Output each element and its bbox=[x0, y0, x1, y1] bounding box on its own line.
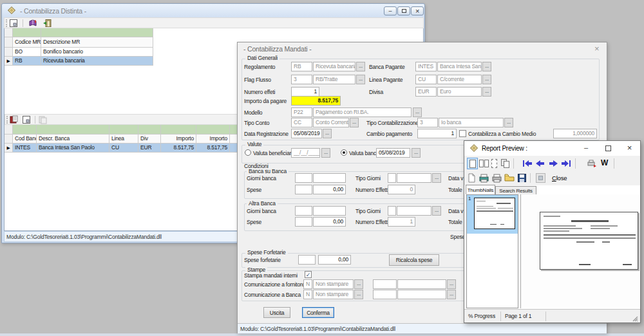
mr-cell-codice[interactable]: RB bbox=[13, 57, 41, 66]
comunicazione-fornitore-code-field[interactable]: N bbox=[303, 279, 312, 289]
thumbnail-selected[interactable]: 1 bbox=[467, 195, 518, 234]
comunicazione-banca-browse-button[interactable]: ... bbox=[354, 290, 363, 299]
bank-cell-linea[interactable]: CU bbox=[109, 144, 138, 153]
preview-page[interactable] bbox=[540, 212, 638, 270]
save-row-icon[interactable] bbox=[22, 115, 31, 126]
mr-col-header-descrizione[interactable]: Descrizione MR bbox=[41, 37, 153, 48]
comunicazione-fornitore-extra-code-field[interactable] bbox=[373, 279, 397, 289]
tipo-contabilizzazione-code-field[interactable]: 3 bbox=[417, 118, 438, 127]
ab-spese-field[interactable]: 0,00 bbox=[313, 217, 346, 227]
data-registrazione-browse-button[interactable]: ... bbox=[323, 129, 332, 138]
titlebar-preview[interactable]: Report Preview : – × bbox=[464, 141, 640, 156]
tab-thumbnails[interactable]: ThumbNails bbox=[466, 185, 495, 194]
printer-gray-icon[interactable] bbox=[491, 173, 502, 184]
bank-cell-importo1[interactable]: 8.517,75 bbox=[161, 144, 196, 153]
linea-pagante-browse-button[interactable]: ... bbox=[482, 75, 491, 84]
valuta-beneficiario-radio[interactable] bbox=[245, 149, 251, 156]
tipo-contabilizzazione-browse-button[interactable]: ... bbox=[504, 118, 513, 127]
comunicazione-banca-extra-code-field[interactable] bbox=[373, 290, 397, 299]
minimize-button[interactable]: – bbox=[384, 6, 397, 15]
regolamento-code-field[interactable]: RB bbox=[291, 62, 312, 71]
save-distinta-icon[interactable] bbox=[9, 19, 18, 29]
data-registrazione-field[interactable]: 05/08/2019 bbox=[291, 129, 322, 138]
close-button[interactable]: × bbox=[619, 141, 640, 156]
importo-da-pagare-field[interactable]: 8.517,75 bbox=[291, 96, 341, 106]
stampa-mandati-interni-checkbox[interactable]: ✓ bbox=[305, 271, 312, 278]
linea-pagante-code-field[interactable]: CU bbox=[415, 75, 437, 84]
ab-giorni-code-field[interactable] bbox=[295, 206, 312, 216]
bsb-tipo-giorni-browse-button[interactable]: ... bbox=[432, 173, 441, 183]
bank-col-header-importo1[interactable]: Importo bbox=[161, 135, 196, 144]
regolamento-browse-button[interactable]: ... bbox=[356, 62, 365, 71]
close-button[interactable]: × bbox=[411, 6, 424, 15]
ab-spese-code-field[interactable] bbox=[295, 217, 312, 227]
comunicazione-fornitore-browse-button[interactable]: ... bbox=[354, 279, 363, 289]
comunicazione-fornitore-extra-browse-button[interactable]: ... bbox=[447, 279, 456, 289]
maximize-button[interactable] bbox=[597, 141, 619, 156]
banca-pagante-browse-button[interactable]: ... bbox=[482, 62, 491, 71]
previous-page-icon[interactable] bbox=[535, 160, 545, 169]
numero-effetti-field[interactable]: 1 bbox=[291, 87, 319, 97]
spese-forfetarie-field[interactable]: 0,00 bbox=[318, 255, 351, 265]
resize-grip[interactable] bbox=[632, 316, 638, 323]
valuta-beneficiario-field[interactable]: __/__/____ bbox=[291, 148, 320, 158]
maximize-button[interactable] bbox=[397, 6, 410, 15]
bsb-tipo-giorni-code-field[interactable] bbox=[388, 173, 396, 183]
valuta-banca-field[interactable]: 05/08/2019 bbox=[376, 148, 410, 158]
bsb-giorni-field[interactable] bbox=[313, 173, 346, 183]
cambio-medio-checkbox[interactable] bbox=[459, 130, 466, 137]
new-page-icon[interactable] bbox=[468, 173, 476, 184]
cambio-pagamento-field[interactable]: 1 bbox=[417, 129, 457, 138]
divisa-browse-button[interactable]: ... bbox=[482, 87, 491, 97]
flag-flusso-code-field[interactable]: 3 bbox=[291, 75, 312, 84]
ricalcola-spese-button[interactable]: Ricalcola spese bbox=[389, 254, 439, 266]
bank-cell-div[interactable]: EUR bbox=[138, 144, 161, 153]
bank-cell-descr[interactable]: Banca Intesa San Paolo bbox=[37, 144, 109, 153]
banca-pagante-code-field[interactable]: INTES bbox=[415, 62, 437, 71]
bank-col-header-div[interactable]: Div bbox=[138, 135, 161, 144]
flag-flusso-browse-button[interactable]: ... bbox=[356, 75, 365, 84]
single-page-icon[interactable] bbox=[467, 158, 478, 169]
modello-browse-button[interactable]: ... bbox=[413, 107, 422, 117]
bank-cell-cod[interactable]: INTES bbox=[13, 144, 37, 153]
bank-col-header-cod[interactable]: Cod Banca bbox=[13, 135, 37, 144]
last-page-icon[interactable] bbox=[561, 160, 571, 169]
minimize-button[interactable]: – bbox=[575, 141, 597, 156]
next-page-icon[interactable] bbox=[548, 160, 558, 169]
valuta-banca-browse-button[interactable]: ... bbox=[412, 148, 421, 158]
ab-tipo-giorni-code-field[interactable] bbox=[388, 206, 396, 216]
divisa-code-field[interactable]: EUR bbox=[415, 87, 437, 97]
open-folder-icon[interactable] bbox=[504, 173, 515, 183]
tipo-conto-code-field[interactable]: CC bbox=[291, 118, 312, 127]
tipo-conto-browse-button[interactable]: ... bbox=[350, 118, 359, 127]
bsb-giorni-code-field[interactable] bbox=[295, 173, 312, 183]
comunicazione-banca-code-field[interactable]: N bbox=[303, 290, 312, 299]
close-preview-button[interactable]: Close bbox=[552, 174, 567, 182]
first-page-icon[interactable] bbox=[522, 160, 533, 169]
bank-col-header-linea[interactable]: Linea bbox=[109, 135, 138, 144]
bsb-numero-effetti-field[interactable]: 0 bbox=[388, 185, 415, 194]
valuta-beneficiario-browse-button[interactable]: ... bbox=[321, 148, 330, 158]
modello-code-field[interactable]: P22 bbox=[291, 107, 312, 117]
printer-color-icon[interactable] bbox=[478, 173, 489, 184]
comunicazione-banca-extra-browse-button[interactable]: ... bbox=[447, 290, 456, 299]
ab-numero-effetti-field[interactable]: 1 bbox=[388, 217, 415, 227]
bsb-spese-field[interactable]: 0,00 bbox=[313, 185, 346, 194]
thumbnail-page[interactable] bbox=[474, 198, 515, 229]
mr-cell-codice[interactable]: BO bbox=[13, 48, 41, 57]
bank-cell-importo2[interactable]: 8.517,75 bbox=[196, 144, 230, 153]
mr-cell-descrizione[interactable]: Ricevuta bancaria bbox=[41, 57, 153, 66]
bsb-spese-code-field[interactable] bbox=[295, 185, 312, 194]
titlebar-distinta[interactable]: - Contabilizza Distinta - – × bbox=[2, 4, 424, 17]
mr-col-header-codice[interactable]: Codice MR bbox=[13, 37, 41, 48]
spese-forfetarie-code-field[interactable] bbox=[298, 255, 316, 265]
close-icon[interactable]: × bbox=[594, 44, 599, 53]
bank-col-header-importo2[interactable]: Importo bbox=[196, 135, 230, 144]
tab-search-results[interactable]: Search Results bbox=[495, 186, 536, 194]
exit-door-icon[interactable] bbox=[43, 19, 52, 29]
report-book-icon[interactable] bbox=[9, 115, 19, 126]
save-icon[interactable] bbox=[517, 173, 527, 184]
word-export-icon[interactable]: W bbox=[601, 158, 608, 167]
ab-tipo-giorni-browse-button[interactable]: ... bbox=[432, 206, 441, 216]
bank-col-header-descr[interactable]: Descr. Banca bbox=[37, 135, 109, 144]
